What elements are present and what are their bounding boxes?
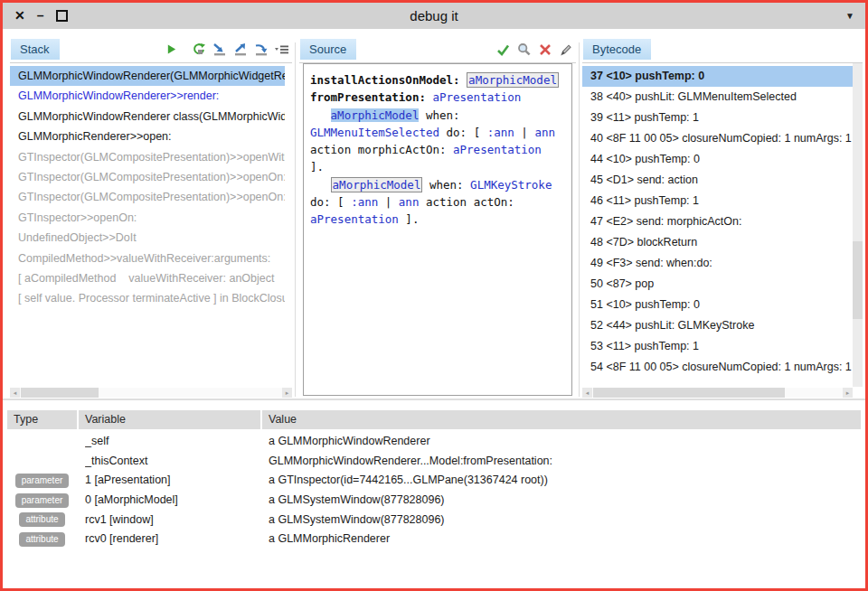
bytecode-row[interactable]: 47 <E2> send: morphicActOn: bbox=[582, 211, 853, 232]
scroll-right-icon[interactable]: ▸ bbox=[282, 388, 292, 398]
column-header-variable[interactable]: Variable bbox=[79, 410, 260, 429]
source-variable: aPresentation bbox=[310, 212, 399, 226]
variable-name-cell: rcv0 [renderer] bbox=[85, 530, 260, 549]
stack-menu-icon[interactable] bbox=[274, 42, 289, 57]
tab-source[interactable]: Source bbox=[300, 39, 356, 60]
source-keyword: installActionsOnModel: bbox=[310, 73, 460, 87]
source-variable: ann bbox=[399, 195, 420, 209]
variable-name-cell: 0 [aMorphicModel] bbox=[85, 491, 260, 511]
stack-frame[interactable]: GLMMorphicRenderer>>open: bbox=[10, 127, 285, 146]
cancel-icon[interactable] bbox=[537, 42, 552, 57]
bytecode-row[interactable]: 51 <10> pushTemp: 0 bbox=[582, 295, 853, 315]
bytecode-row[interactable]: 38 <40> pushLit: GLMMenuItemSelected bbox=[582, 87, 853, 108]
stack-frame[interactable]: GTInspector>>openOn: bbox=[10, 208, 285, 228]
bytecode-vscrollbar[interactable] bbox=[853, 63, 863, 387]
bytecode-row[interactable]: 48 <7D> blockReturn bbox=[582, 232, 853, 253]
source-editor[interactable]: installActionsOnModel: aMorphicModelfrom… bbox=[303, 63, 572, 396]
step-through-icon[interactable] bbox=[253, 42, 269, 57]
bytecode-row[interactable]: 53 <11> pushTemp: 1 bbox=[582, 336, 853, 357]
variable-row[interactable]: _selfa GLMMorphicWindowRenderer bbox=[7, 432, 861, 452]
tab-stack[interactable]: Stack bbox=[11, 39, 60, 60]
column-header-value[interactable]: Value bbox=[262, 410, 861, 429]
variable-row[interactable]: parameter0 [aMorphicModel]a GLMSystemWin… bbox=[7, 491, 861, 511]
bytecode-row[interactable]: 49 <F3> send: when:do: bbox=[582, 253, 853, 274]
source-text: | bbox=[378, 195, 399, 209]
stack-frame[interactable]: CompiledMethod>>valueWithReceiver:argume… bbox=[10, 249, 285, 268]
bytecode-panel-header: Bytecode bbox=[582, 39, 863, 63]
tab-bytecode[interactable]: Bytecode bbox=[583, 39, 651, 60]
stack-frame[interactable]: [ self value. Processor terminateActive … bbox=[10, 288, 285, 308]
bytecode-row[interactable]: 40 <8F 11 00 05> closureNumCopied: 1 num… bbox=[582, 128, 853, 149]
bytecode-hscrollbar[interactable]: ◂ ▸ bbox=[582, 388, 853, 398]
source-variable: aMorphicModel bbox=[331, 108, 420, 122]
horizontal-splitter[interactable] bbox=[3, 399, 865, 400]
type-badge: attribute bbox=[19, 532, 64, 547]
source-text bbox=[310, 108, 331, 122]
variable-row[interactable]: attributercv1 [window]a GLMSystemWindow(… bbox=[7, 511, 861, 530]
source-text: | bbox=[514, 126, 535, 139]
type-badge: attribute bbox=[19, 512, 64, 527]
stack-frame[interactable]: UndefinedObject>>DoIt bbox=[10, 228, 285, 248]
bytecode-row[interactable]: 37 <10> pushTemp: 0 bbox=[582, 66, 853, 87]
variable-row[interactable]: attributercv0 [renderer]a GLMMorphicRend… bbox=[7, 530, 861, 549]
restart-icon[interactable] bbox=[191, 42, 206, 57]
scroll-left-icon[interactable]: ◂ bbox=[10, 388, 20, 398]
proceed-icon[interactable] bbox=[164, 42, 179, 57]
source-variable: ann bbox=[534, 126, 555, 139]
source-line: do: [ :ann | ann action actOn: bbox=[310, 193, 565, 211]
source-text: ]. bbox=[310, 160, 324, 174]
bytecode-row[interactable]: 46 <11> pushTemp: 1 bbox=[582, 191, 853, 211]
bytecode-row[interactable]: 52 <44> pushLit: GLMKeyStroke bbox=[582, 315, 853, 336]
bytecode-row[interactable]: 54 <8F 11 00 05> closureNumCopied: 1 num… bbox=[582, 357, 853, 378]
source-text: action morphicActOn: bbox=[310, 143, 453, 156]
source-variable: GLMKeyStroke bbox=[470, 178, 552, 192]
stack-panel: Stack bbox=[10, 39, 292, 398]
source-line: aMorphicModel when: bbox=[310, 107, 565, 124]
variables-body: _selfa GLMMorphicWindowRenderer_thisCont… bbox=[7, 432, 861, 586]
bytecode-vscroll-thumb[interactable] bbox=[853, 241, 863, 319]
scroll-left-icon[interactable]: ◂ bbox=[582, 388, 592, 398]
stack-frame[interactable]: GLMMorphicWindowRenderer>>render: bbox=[10, 86, 285, 106]
step-into-icon[interactable] bbox=[212, 42, 227, 57]
window-menu-icon[interactable]: ▼ bbox=[845, 3, 854, 29]
panel-splitter[interactable] bbox=[579, 42, 580, 397]
debugger-window: ✕ – debug it ▼ Stack bbox=[0, 0, 868, 591]
scroll-right-icon[interactable]: ▸ bbox=[843, 388, 853, 398]
column-header-type[interactable]: Type bbox=[7, 410, 77, 429]
source-text: do: [ bbox=[310, 195, 351, 209]
stack-frame[interactable]: GLMMorphicWindowRenderer(GLMMorphicWidge… bbox=[10, 66, 285, 86]
stack-frame[interactable]: GTInspector(GLMCompositePresentation)>>o… bbox=[10, 167, 285, 187]
stack-hscroll-thumb[interactable] bbox=[21, 388, 99, 398]
stack-frame[interactable]: GTInspector(GLMCompositePresentation)>>o… bbox=[10, 147, 285, 167]
source-variable: aMorphicModel bbox=[331, 177, 423, 192]
step-over-icon[interactable] bbox=[232, 42, 248, 57]
source-panel: Source bbox=[299, 39, 576, 400]
source-variable: aPresentation bbox=[432, 90, 521, 104]
stack-hscrollbar[interactable]: ◂ ▸ bbox=[10, 388, 292, 398]
bytecode-row[interactable]: 39 <11> pushTemp: 1 bbox=[582, 108, 853, 128]
source-keyword: fromPresentation: bbox=[310, 90, 426, 104]
variable-value-cell: a GLMMorphicRenderer bbox=[269, 530, 861, 549]
accept-icon[interactable] bbox=[495, 42, 511, 57]
source-variable: aPresentation bbox=[453, 143, 542, 156]
variable-type-cell: parameter bbox=[7, 471, 77, 491]
panel-splitter[interactable] bbox=[295, 42, 296, 397]
variable-name-cell: _self bbox=[85, 432, 260, 452]
source-text: action actOn: bbox=[419, 195, 514, 209]
bytecode-row[interactable]: 45 <D1> send: action bbox=[582, 170, 853, 191]
bytecode-row[interactable]: 44 <10> pushTemp: 0 bbox=[582, 149, 853, 170]
bytecode-hscroll-thumb[interactable] bbox=[593, 388, 785, 398]
stack-frame[interactable]: GTInspector(GLMCompositePresentation)>>o… bbox=[10, 187, 285, 207]
stack-frame[interactable]: GLMMorphicWindowRenderer class(GLMMorphi… bbox=[10, 107, 285, 127]
variable-row[interactable]: parameter1 [aPresentation]a GTInspector(… bbox=[7, 471, 861, 491]
source-text: when: bbox=[422, 178, 470, 192]
source-toolbar bbox=[495, 42, 573, 57]
variable-row[interactable]: _thisContextGLMMorphicWindowRenderer...M… bbox=[7, 452, 861, 472]
browse-icon[interactable] bbox=[516, 42, 532, 57]
stack-frame[interactable]: [ aCompiledMethod valueWithReceiver: anO… bbox=[10, 268, 285, 288]
variable-type-cell bbox=[7, 452, 77, 472]
edit-icon[interactable] bbox=[558, 42, 573, 57]
type-badge: parameter bbox=[15, 493, 70, 508]
source-line: aMorphicModel when: GLMKeyStroke bbox=[310, 176, 565, 193]
bytecode-row[interactable]: 50 <87> pop bbox=[582, 274, 853, 295]
